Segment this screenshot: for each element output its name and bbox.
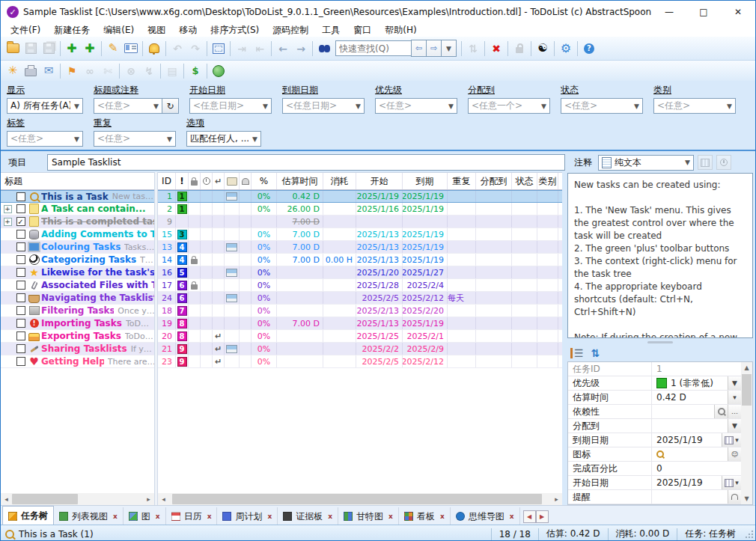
task-row[interactable]: ★Likewise for the task's … [1,266,154,279]
task-row[interactable]: Exporting TasksToDo… [1,330,154,343]
task-row-columns[interactable]: 1760%2025/1/282025/2/4 [158,279,562,292]
task-checkbox[interactable] [16,230,25,239]
maximize-tasklist-button[interactable] [210,40,228,58]
column-header-filelink[interactable] [225,173,240,189]
tag-filter-dropdown[interactable]: <任意>▼ [7,131,83,147]
sort-attributes-icon[interactable]: ⇅ [591,348,600,358]
help-button[interactable]: ? [580,40,598,58]
menu-item[interactable]: 帮助(H) [378,23,423,37]
column-header-priority[interactable]: ! [176,173,189,189]
close-tab-icon[interactable]: x [510,513,514,520]
task-checkbox[interactable] [16,331,25,340]
show-filter-dropdown[interactable]: A) 所有任务(A)▼ [7,98,83,114]
goto-prev-task-button[interactable]: ← [274,40,292,58]
maximize-button[interactable]: □ [686,1,721,23]
priority-filter-dropdown[interactable]: <任意>▼ [375,98,457,114]
task-row-columns[interactable]: 97.00 D [158,216,562,228]
dropdown-button[interactable]: ▼ [728,376,741,390]
spellcheck-button[interactable]: ✳ [4,62,22,80]
scroll-tabs-left-button[interactable]: ◀ [523,510,536,523]
redo-button[interactable]: ↷ [186,40,204,58]
attribute-value[interactable]: 2025/1/19 [652,433,722,447]
spin-down-button[interactable]: ▾ [728,391,741,404]
title-column-header[interactable]: 标题 [1,173,154,190]
menu-item[interactable]: 文件(F) [4,23,47,37]
task-row-columns[interactable]: 1340%7.00 D2025/1/132025/1/19 [158,241,562,254]
close-tab-icon[interactable]: x [267,513,272,520]
column-header-开始[interactable]: 开始 [356,173,403,189]
toggle-theme-button[interactable]: ☯ [534,40,552,58]
attribute-value[interactable]: 0.42 D [652,391,728,404]
task-row-columns[interactable]: 208↵0%2025/1/252025/2/1 [158,330,562,343]
category-filter-dropdown[interactable]: <任意>▼ [653,98,736,114]
title-or-comment-filter-dropdown[interactable]: <任意>▼ [94,98,162,114]
task-row[interactable]: Associated Files with T… [1,279,154,292]
task-checkbox[interactable] [16,268,25,277]
attribute-value[interactable]: 1 (非常低) [652,376,728,390]
task-row-columns[interactable]: 210%26.00 D2025/1/162025/1/19 [158,203,562,216]
scroll-left-icon[interactable]: ◂ [1,493,12,505]
attributes-vscrollbar[interactable]: ▲ ▼ [741,362,752,504]
tab-周计划[interactable]: 周计划x [217,507,278,525]
column-header-%[interactable]: % [252,173,277,189]
calendar-dropdown-button[interactable]: ▾ [722,476,741,489]
close-tab-icon[interactable]: x [440,513,445,520]
close-tab-icon[interactable]: x [207,513,212,520]
outdent-task-button[interactable]: ⇤ [251,40,269,58]
tab-看板[interactable]: 看板x [399,507,451,525]
open-tasklist-button[interactable] [4,40,22,58]
quick-find-input[interactable] [335,40,411,56]
preferences-button[interactable]: ⚙ [557,40,575,58]
tab-证据板[interactable]: 证据板x [278,507,338,525]
menu-item[interactable]: 编辑(E) [97,23,141,37]
task-row-columns[interactable]: 1980%7.00 D2025/1/132025/1/19 [158,317,562,330]
find-tasks-button[interactable] [315,40,333,58]
tab-思维导图[interactable]: 思维导图x [451,507,520,525]
task-row[interactable]: ♥Getting HelpThere are… [1,355,154,368]
print-button[interactable] [22,62,40,80]
attribute-value[interactable]: 2025/1/19 [652,476,722,489]
attribute-value[interactable]: 1 [652,362,741,376]
menu-item[interactable]: 工具 [315,23,347,37]
tab-任务树[interactable]: 任务树 [2,506,54,525]
column-header-消耗[interactable]: 消耗 [323,173,356,189]
start-date-filter-dropdown[interactable]: <任意日期>▼ [189,98,272,114]
attribute-value[interactable] [652,447,728,461]
save-all-button[interactable] [40,40,58,58]
quick-find-dropdown-button[interactable]: ▼ [441,40,457,57]
tab-列表视图[interactable]: 列表视图x [54,507,124,525]
insert-link-button[interactable]: ∞ [81,62,99,80]
tab-甘特图[interactable]: 甘特图x [338,507,399,525]
group-attributes-icon[interactable]: ☰ [570,348,584,358]
run-plugin-button[interactable]: ↯ [140,62,158,80]
task-row[interactable]: Navigating the Tasklist [1,292,154,305]
task-row-columns[interactable]: 1870%2025/2/132025/2/20 [158,305,562,317]
calendar-dropdown-button[interactable]: ▾ [722,433,741,447]
task-row[interactable]: Categorizing TasksT… [1,254,154,266]
options-filter-dropdown[interactable]: 匹配任何人, ...▼ [186,131,261,147]
task-checkbox[interactable] [16,293,25,302]
close-tab-icon[interactable]: x [113,513,118,520]
new-subtask-button[interactable]: ✚ [81,40,99,58]
set-reminder-button[interactable] [145,40,163,58]
scroll-down-icon[interactable]: ▼ [741,493,752,504]
task-row-columns[interactable]: 1650%2025/1/202025/1/27 [158,266,562,279]
task-row-columns[interactable]: 110%0.42 D2025/1/192025/1/19 [158,190,562,203]
close-tab-icon[interactable]: x [328,513,332,520]
menu-item[interactable]: 视图 [141,23,172,37]
browse-web-button[interactable] [210,62,228,80]
task-row[interactable]: +✓This is a completed task [1,216,154,228]
more-button[interactable]: … [728,405,741,418]
attribute-value[interactable] [652,419,728,433]
column-header-clock[interactable] [201,173,213,189]
task-row[interactable]: This is a TaskNew tas… [1,190,154,203]
task-row-columns[interactable]: 219↵0%2025/2/22025/2/9 [158,343,562,355]
goto-next-task-button[interactable]: → [292,40,310,58]
comments-splitter[interactable] [567,340,753,345]
comments-format-dropdown[interactable]: 纯文本 ▼ [598,155,694,171]
scroll-tabs-right-button[interactable]: ▶ [536,510,549,523]
expand-icon[interactable]: + [4,205,12,213]
task-row-columns[interactable]: 2460%2025/2/52025/2/12 每天 [158,292,562,305]
attribute-value[interactable] [652,405,714,418]
task-row[interactable]: Colouring TasksTasks… [1,241,154,254]
